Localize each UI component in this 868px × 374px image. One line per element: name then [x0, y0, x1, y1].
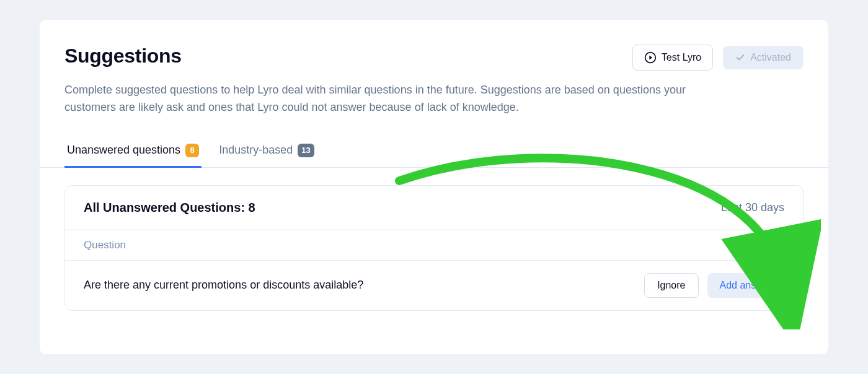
- unanswered-panel: All Unanswered Questions: 8 Last 30 days…: [64, 185, 804, 311]
- page-title: Suggestions: [64, 45, 182, 67]
- check-icon: [735, 53, 745, 63]
- panel-range: Last 30 days: [721, 201, 784, 214]
- tab-industry[interactable]: Industry-based 13: [216, 136, 317, 168]
- row-actions: Ignore Add answer: [644, 273, 784, 298]
- svg-marker-1: [649, 56, 652, 60]
- panel-header: All Unanswered Questions: 8 Last 30 days: [65, 186, 803, 230]
- tab-industry-label: Industry-based: [219, 144, 293, 157]
- test-lyro-label: Test Lyro: [662, 52, 701, 63]
- page-header: Suggestions Test Lyro Activated: [40, 45, 828, 71]
- activated-label: Activated: [750, 52, 791, 63]
- tabs: Unanswered questions 8 Industry-based 13: [40, 136, 828, 168]
- tab-unanswered[interactable]: Unanswered questions 8: [64, 136, 202, 168]
- add-answer-button[interactable]: Add answer: [707, 273, 785, 298]
- test-lyro-button[interactable]: Test Lyro: [632, 45, 713, 71]
- tab-unanswered-badge: 8: [185, 144, 199, 157]
- play-circle-icon: [644, 51, 657, 64]
- panel-title: All Unanswered Questions: 8: [84, 201, 255, 215]
- tab-unanswered-label: Unanswered questions: [67, 144, 180, 157]
- question-text: Are there any current promotions or disc…: [84, 279, 363, 292]
- ignore-button[interactable]: Ignore: [644, 273, 698, 298]
- header-actions: Test Lyro Activated: [632, 45, 804, 71]
- question-row: Are there any current promotions or disc…: [65, 261, 803, 310]
- column-header-question: Question: [65, 230, 803, 261]
- tab-industry-badge: 13: [298, 144, 314, 157]
- activated-status: Activated: [723, 46, 804, 69]
- suggestions-page: Suggestions Test Lyro Activated Complete…: [40, 20, 828, 354]
- page-description: Complete suggested questions to help Lyr…: [40, 82, 722, 116]
